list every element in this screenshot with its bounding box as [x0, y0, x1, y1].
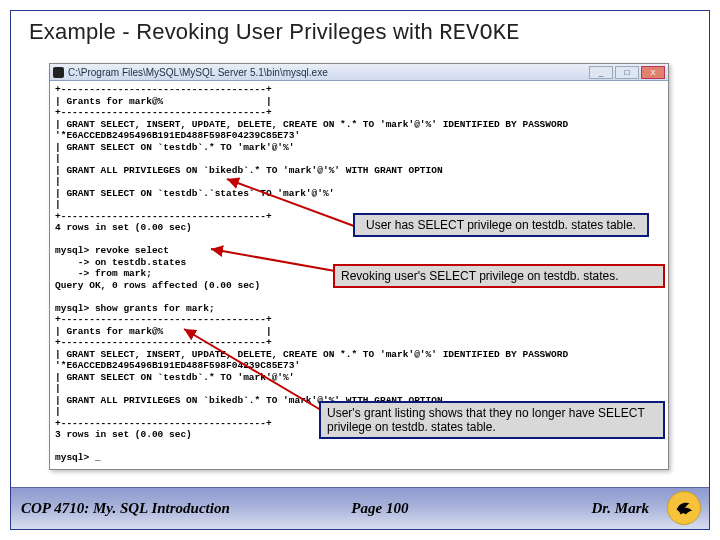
slide-title: Example - Revoking User Privileges with … — [11, 11, 709, 48]
footer-author: Dr. Mark — [470, 500, 699, 517]
pegasus-icon — [673, 497, 695, 519]
title-code: REVOKE — [439, 21, 519, 46]
window-titlebar: C:\Program Files\MySQL\MySQL Server 5.1\… — [50, 64, 668, 81]
footer-page: Page 100 — [290, 500, 469, 517]
app-icon — [53, 67, 64, 78]
slide-footer: COP 4710: My. SQL Introduction Page 100 … — [11, 487, 709, 529]
close-button[interactable]: X — [641, 66, 665, 79]
university-logo — [667, 491, 701, 525]
title-text: Example - Revoking User Privileges with — [29, 19, 439, 44]
callout-select-privilege: User has SELECT privilege on testdb. sta… — [353, 213, 649, 237]
callout-revoking: Revoking user's SELECT privilege on test… — [333, 264, 665, 288]
maximize-button[interactable]: □ — [615, 66, 639, 79]
minimize-button[interactable]: _ — [589, 66, 613, 79]
footer-course: COP 4710: My. SQL Introduction — [21, 500, 290, 517]
window-title: C:\Program Files\MySQL\MySQL Server 5.1\… — [68, 67, 328, 78]
footer-inner: COP 4710: My. SQL Introduction Page 100 … — [11, 500, 709, 517]
callout-grant-listing: User's grant listing shows that they no … — [319, 401, 665, 439]
slide-container: Example - Revoking User Privileges with … — [10, 10, 710, 530]
